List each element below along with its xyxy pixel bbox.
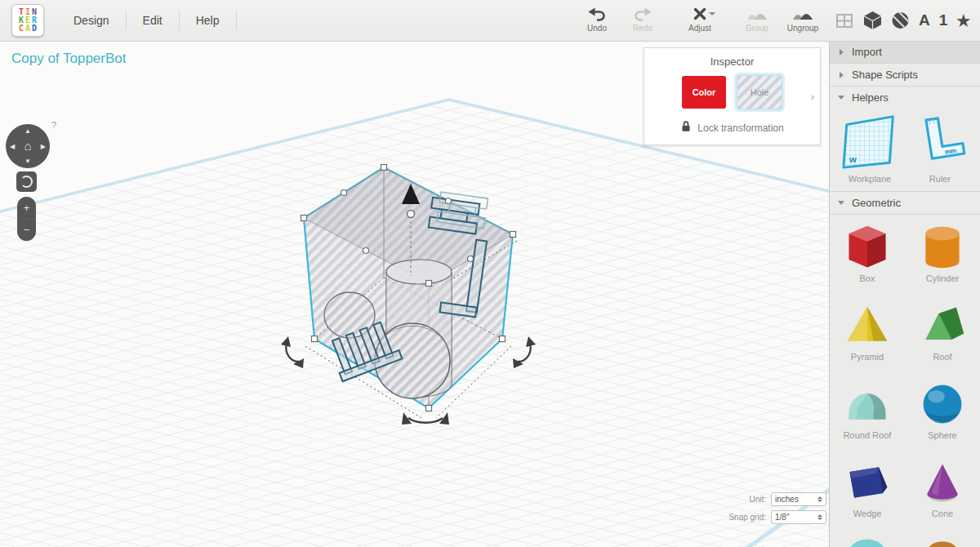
shape-cone[interactable]: Cone — [905, 458, 980, 518]
section-label: Helpers — [852, 91, 889, 104]
material-swatches: Color Hole — [644, 75, 820, 109]
shape-wedge[interactable]: Wedge — [830, 458, 905, 518]
view-navigation-pad[interactable]: ▲ ▼ ◀ ▶ ⌂ — [6, 124, 50, 168]
zoom-out-button[interactable]: − — [17, 220, 36, 242]
helper-workplane[interactable]: W Workplane — [835, 112, 904, 191]
top-bar: TIN KER CAD Design Edit Help Undo Redo — [0, 0, 980, 42]
number-shape-tool[interactable]: 1 — [939, 11, 948, 29]
menu-edit[interactable]: Edit — [127, 0, 179, 41]
shape-cylinder[interactable]: Cylinder — [905, 223, 980, 283]
shape-roof[interactable]: Roof — [905, 301, 980, 362]
design-title[interactable]: Copy of TopperBot — [11, 51, 127, 67]
pan-up-button[interactable]: ▲ — [24, 127, 31, 135]
shape-pyramid[interactable]: Pyramid — [830, 301, 905, 362]
shapes-panel: Import Shape Scripts Helpers W Workplane — [829, 41, 980, 547]
orbit-view-button[interactable] — [16, 171, 37, 192]
logo-letter: C — [18, 24, 24, 33]
menu-help[interactable]: Help — [180, 0, 236, 41]
shape-partial[interactable] — [830, 536, 905, 547]
menu-bar: Design Edit Help — [57, 0, 237, 41]
home-view-button[interactable]: ⌂ — [24, 139, 31, 153]
favorites-star-icon[interactable]: ★ — [956, 11, 970, 30]
lock-icon — [680, 120, 692, 136]
shape-label: Box — [860, 274, 875, 283]
shape-partial[interactable] — [905, 536, 980, 547]
cylinder-shape-icon — [918, 223, 967, 272]
inspector-collapse-chevron-icon[interactable]: › — [811, 91, 814, 103]
partial-shape-icon — [843, 536, 892, 547]
pan-down-button[interactable]: ▼ — [24, 158, 31, 165]
section-label: Geometric — [852, 197, 901, 209]
helper-label: Ruler — [929, 174, 951, 184]
shape-label: Sphere — [928, 430, 956, 440]
nav-help-hint[interactable]: ? — [51, 120, 56, 130]
menu-separator — [236, 11, 237, 30]
grid-settings: Unit: inches Snap grid: 1/8" — [712, 492, 826, 528]
helper-label: Workplane — [849, 174, 891, 184]
inspector-panel: Inspector Color Hole › Lock transformati… — [644, 47, 821, 145]
unit-label: Unit: — [749, 495, 766, 504]
text-shape-tool[interactable]: A — [919, 11, 930, 29]
section-shape-scripts[interactable]: Shape Scripts — [830, 64, 980, 87]
box-shape-icon — [843, 223, 892, 272]
shape-round-roof[interactable]: Round Roof — [830, 380, 905, 440]
unit-value: inches — [775, 495, 817, 504]
adjust-label: Adjust — [688, 24, 711, 33]
orbit-icon — [20, 176, 33, 188]
adjust-button[interactable]: Adjust — [677, 2, 723, 33]
unit-select[interactable]: inches — [771, 492, 826, 506]
wedge-shape-icon — [843, 458, 892, 507]
pan-right-button[interactable]: ▶ — [41, 143, 46, 150]
group-icon — [746, 5, 768, 23]
hole-sphere-icon[interactable] — [891, 11, 910, 30]
svg-text:W: W — [849, 155, 858, 164]
undo-button[interactable]: Undo — [574, 2, 620, 33]
section-label: Shape Scripts — [852, 69, 918, 81]
pyramid-shape-icon — [843, 301, 892, 350]
ungroup-button[interactable]: Ungroup — [780, 2, 826, 33]
zoom-controls: + − — [17, 197, 36, 241]
menu-design[interactable]: Design — [57, 0, 126, 41]
group-button: Group — [734, 2, 780, 33]
section-import[interactable]: Import — [830, 41, 980, 64]
snap-grid-select[interactable]: 1/8" — [771, 510, 826, 524]
shape-box[interactable]: Box — [830, 223, 905, 283]
shape-label: Roof — [933, 352, 951, 362]
tinkercad-logo[interactable]: TIN KER CAD — [11, 4, 44, 37]
lock-transformation-toggle[interactable]: Lock transformation — [644, 120, 820, 136]
ruler-thumbnail-icon: mm — [910, 112, 970, 172]
ungroup-label: Ungroup — [787, 24, 818, 33]
hole-swatch-button[interactable]: Hole — [737, 75, 782, 109]
stepper-arrows-icon — [817, 514, 822, 520]
workplane-toggle-icon[interactable] — [835, 11, 854, 30]
snap-grid-label: Snap grid: — [728, 513, 766, 522]
lock-transformation-label: Lock transformation — [697, 122, 783, 134]
shape-label: Round Roof — [844, 430, 892, 440]
shape-label: Cone — [932, 509, 953, 518]
ungroup-icon — [792, 5, 813, 23]
chevron-down-icon — [838, 96, 844, 100]
section-helpers[interactable]: Helpers — [830, 87, 980, 109]
action-toolbar: Undo Redo Adjust Group Ungroup — [574, 2, 826, 33]
cone-shape-icon — [918, 458, 967, 507]
geometric-shapes-grid: Box Cylinder Pyramid — [830, 215, 980, 547]
color-swatch-button[interactable]: Color — [682, 76, 726, 109]
pan-left-button[interactable]: ◀ — [10, 143, 15, 150]
shape-label: Wedge — [853, 509, 882, 518]
solid-cube-icon[interactable] — [863, 11, 882, 30]
selected-model[interactable] — [281, 165, 536, 425]
zoom-in-button[interactable]: + — [17, 197, 36, 219]
shape-sphere[interactable]: Sphere — [905, 380, 980, 440]
undo-label: Undo — [587, 24, 607, 33]
partial-shape-icon — [918, 536, 967, 547]
group-label: Group — [746, 24, 768, 33]
redo-label: Redo — [633, 24, 653, 33]
redo-button: Redo — [620, 2, 666, 33]
undo-icon — [588, 5, 606, 23]
section-geometric[interactable]: Geometric — [830, 192, 980, 215]
redo-icon — [634, 5, 652, 23]
shape-label: Cylinder — [926, 274, 959, 283]
helper-ruler[interactable]: mm Ruler — [906, 112, 974, 191]
top-scale-handle[interactable] — [408, 211, 415, 218]
logo-row: CAD — [18, 24, 38, 33]
